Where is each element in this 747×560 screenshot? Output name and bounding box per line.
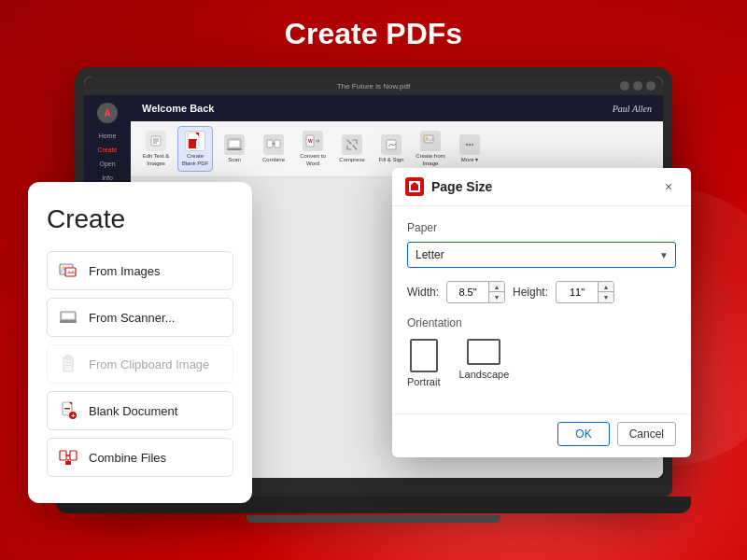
svg-point-18	[466, 144, 468, 146]
create-icon	[185, 131, 205, 151]
svg-point-20	[472, 144, 473, 146]
create-option-from-clipboard: From Clipboard Image	[47, 344, 233, 384]
more-icon	[459, 134, 480, 155]
svg-rect-34	[64, 411, 69, 412]
create-option-from-images[interactable]: From Images	[47, 251, 233, 290]
create-label: CreateBlank PDF	[182, 153, 209, 166]
toolbar-convert-btn[interactable]: W Convert toWord	[295, 127, 331, 170]
height-decrement[interactable]: ▼	[599, 292, 613, 302]
ok-button[interactable]: OK	[557, 422, 609, 446]
orientation-row: Portrait Landscape	[407, 339, 676, 387]
svg-rect-38	[60, 451, 66, 460]
create-option-blank[interactable]: + Blank Document	[47, 391, 233, 430]
convert-label: Convert toWord	[300, 153, 326, 166]
window-chrome: The Future is Now.pdf	[84, 77, 663, 95]
svg-rect-28	[65, 356, 71, 359]
from-scanner-label: From Scanner...	[89, 311, 175, 325]
width-input-wrapper: ▲ ▼	[446, 281, 505, 303]
height-input-wrapper: ▲ ▼	[556, 281, 614, 303]
toolbar-compress-btn[interactable]: Compress	[334, 131, 370, 167]
toolbar-create-btn[interactable]: CreateBlank PDF	[177, 126, 213, 171]
svg-rect-6	[190, 139, 197, 141]
height-input[interactable]	[557, 287, 598, 298]
combine-files-icon	[57, 446, 79, 469]
create-option-from-scanner[interactable]: From Scanner...	[47, 298, 233, 337]
width-label: Width:	[407, 286, 439, 299]
sidebar-item-create[interactable]: Create	[93, 145, 120, 155]
portrait-label: Portrait	[407, 376, 440, 387]
sidebar-item-open[interactable]: Open	[95, 159, 119, 169]
window-title: The Future is Now.pdf	[337, 82, 410, 91]
fromimage-icon	[420, 131, 441, 151]
landscape-option[interactable]: Landscape	[458, 339, 509, 387]
toolbar-more-btn[interactable]: More ▾	[452, 131, 487, 167]
create-option-combine[interactable]: Combine Files	[47, 438, 233, 477]
toolbar-fillsign-btn[interactable]: Fill & Sign	[374, 131, 409, 167]
toolbar-edit-btn[interactable]: Edit Text &Images	[138, 127, 174, 170]
height-spinners: ▲ ▼	[598, 282, 613, 302]
from-images-icon	[57, 259, 79, 282]
svg-text:+: +	[71, 412, 76, 420]
svg-rect-30	[65, 365, 71, 366]
width-input[interactable]	[447, 287, 488, 298]
toolbar-fromimage-btn[interactable]: Create fromImage	[413, 127, 448, 170]
blank-doc-icon: +	[57, 399, 79, 422]
window-controls	[620, 81, 655, 91]
combine-icon	[263, 134, 284, 155]
svg-rect-10	[227, 148, 242, 150]
dialog-body: Paper Letter A4 Legal A3 Custom ▼ Width:…	[392, 206, 691, 413]
svg-rect-29	[65, 362, 71, 363]
cancel-button[interactable]: Cancel	[617, 422, 676, 446]
svg-rect-7	[190, 143, 195, 145]
svg-rect-35	[64, 413, 68, 414]
svg-rect-25	[63, 314, 74, 318]
create-panel-title: Create	[47, 204, 233, 234]
create-panel: Create From Images From Scanner...	[28, 182, 252, 503]
user-signature: Paul Allen	[613, 104, 652, 114]
width-decrement[interactable]: ▼	[489, 292, 504, 302]
scan-icon	[224, 134, 245, 155]
fillsign-icon	[381, 134, 402, 155]
welcome-bar: Welcome Back Paul Allen	[131, 95, 663, 121]
svg-rect-42	[411, 185, 418, 190]
dialog-footer: OK Cancel	[392, 413, 691, 457]
compress-label: Compress	[339, 157, 364, 163]
fillsign-label: Fill & Sign	[378, 157, 403, 163]
sidebar-logo: A	[97, 103, 118, 123]
dialog-close-button[interactable]: ×	[659, 177, 678, 196]
dimensions-row: Width: ▲ ▼ Height: ▲ ▼	[407, 281, 676, 303]
from-clipboard-icon	[57, 353, 79, 375]
win-minimize[interactable]	[620, 81, 629, 91]
height-increment[interactable]: ▲	[599, 282, 613, 292]
svg-rect-40	[65, 461, 71, 465]
paper-size-select[interactable]: Letter A4 Legal A3 Custom	[407, 242, 676, 268]
svg-rect-26	[60, 320, 77, 323]
fromimage-label: Create fromImage	[416, 153, 445, 166]
height-label: Height:	[513, 286, 548, 299]
page-title: Create PDFs	[0, 17, 747, 51]
from-images-label: From Images	[89, 264, 161, 278]
edit-icon	[146, 131, 166, 151]
from-clipboard-label: From Clipboard Image	[89, 357, 209, 371]
svg-rect-11	[267, 140, 273, 147]
portrait-option[interactable]: Portrait	[407, 339, 440, 387]
orientation-label: Orientation	[407, 316, 676, 329]
combine-label: Combine	[262, 157, 285, 163]
page-size-dialog[interactable]: Page Size × Paper Letter A4 Legal A3 Cus…	[392, 168, 691, 457]
more-label: More ▾	[461, 157, 478, 163]
sidebar-item-home[interactable]: Home	[95, 131, 120, 141]
convert-icon: W	[303, 131, 323, 151]
toolbar-combine-btn[interactable]: Combine	[256, 131, 291, 167]
toolbar-scan-btn[interactable]: Scan	[217, 131, 252, 167]
compress-icon	[342, 134, 362, 155]
paper-section-label: Paper	[407, 221, 676, 234]
win-maximize[interactable]	[633, 81, 642, 91]
width-increment[interactable]: ▲	[489, 282, 504, 292]
svg-rect-9	[230, 141, 239, 147]
svg-rect-33	[64, 408, 70, 410]
blank-doc-label: Blank Document	[89, 404, 177, 418]
width-spinners: ▲ ▼	[488, 282, 504, 302]
win-close[interactable]	[646, 81, 655, 91]
svg-rect-4	[188, 133, 199, 148]
landscape-label: Landscape	[458, 369, 509, 380]
